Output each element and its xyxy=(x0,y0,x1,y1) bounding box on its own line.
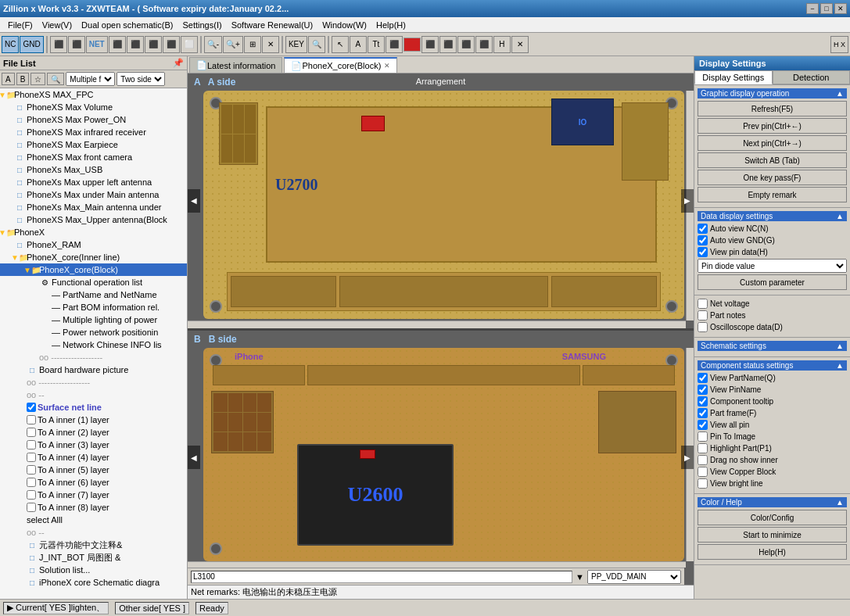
view-copper-checkbox[interactable] xyxy=(698,467,708,477)
net-input[interactable] xyxy=(191,571,572,583)
view-all-pin-checkbox[interactable] xyxy=(698,420,708,430)
list-item[interactable]: □PhoneXS Max Earpiece xyxy=(0,138,187,151)
list-item[interactable]: To A inner (2) layer xyxy=(0,426,187,439)
auto-view-gnd-checkbox[interactable] xyxy=(698,235,708,245)
list-item[interactable]: □PhoneXS Max Power_ON xyxy=(0,113,187,126)
list-item[interactable]: To A inner (1) layer xyxy=(0,414,187,426)
toolbar-a[interactable]: A xyxy=(350,36,367,53)
list-item[interactable]: □PhoneX_RAM xyxy=(0,238,187,251)
toolbar-cursor[interactable]: ↖ xyxy=(332,36,349,53)
layer6-checkbox[interactable] xyxy=(27,478,36,487)
fl-btn-star[interactable]: ☆ xyxy=(30,73,45,85)
menu-help[interactable]: Help(H) xyxy=(371,19,411,31)
menu-renewal[interactable]: Software Renewal(U) xyxy=(227,19,318,31)
tree-item-phonexsmax[interactable]: ▼📁 PhoneXS MAX_FPC xyxy=(0,88,187,101)
one-key-pass-btn[interactable]: One key pass(F) xyxy=(698,170,847,185)
toolbar-cross[interactable]: ✕ xyxy=(262,36,279,53)
drag-no-show-checkbox[interactable] xyxy=(698,455,708,465)
toolbar-bb1[interactable]: ⬛ xyxy=(50,36,67,53)
view-pinname-checkbox[interactable] xyxy=(698,385,708,395)
fl-select-side[interactable]: Two side A side B side xyxy=(117,72,165,86)
list-item[interactable]: □iPhoneX core Schematic diagra xyxy=(0,576,187,589)
scrollbar-h-a[interactable] xyxy=(188,321,686,328)
next-pin-btn[interactable]: Next pin(Ctrl+→) xyxy=(698,135,847,151)
tab-latest-info[interactable]: 📄 Latest information xyxy=(189,57,282,73)
list-item[interactable]: □PhoneXS Max_Upper antenna(Block xyxy=(0,213,187,226)
list-item[interactable]: □元器件功能中文注释& xyxy=(0,539,187,551)
menu-settings[interactable]: Settings(I) xyxy=(178,19,226,31)
toolbar-red[interactable] xyxy=(403,38,421,52)
nav-right-b[interactable]: ▶ xyxy=(681,446,694,469)
layer3-checkbox[interactable] xyxy=(27,440,36,449)
list-item[interactable]: □J_INT_BOT 局图图 & xyxy=(0,551,187,564)
toolbar-gnd[interactable]: GND xyxy=(20,36,43,53)
start-minimize-btn[interactable]: Start to minimize xyxy=(698,527,847,543)
list-item[interactable]: □PhoneXS Max infrared receiver xyxy=(0,126,187,138)
menu-dual[interactable]: Dual open schematic(B) xyxy=(77,19,178,31)
toolbar-nc[interactable]: NC xyxy=(2,36,19,53)
toolbar-fit[interactable]: ⊞ xyxy=(244,36,261,53)
pin-to-image-checkbox[interactable] xyxy=(698,432,708,442)
empty-remark-btn[interactable]: Empty remark xyxy=(698,187,847,202)
fl-btn-a[interactable]: A xyxy=(2,73,15,85)
toolbar-bb12[interactable]: ⬛ xyxy=(475,36,493,53)
list-item[interactable]: — Power network positionin xyxy=(0,326,187,338)
toolbar-zoom-out[interactable]: 🔍- xyxy=(204,36,222,53)
nav-left-b[interactable]: ◀ xyxy=(188,446,200,469)
right-tab-detection[interactable]: Detection xyxy=(773,70,851,84)
tree-item-phonex-core-block[interactable]: ▼📁PhoneX_core(Block) xyxy=(0,263,187,276)
tab-phonex-core-block[interactable]: 📄 PhoneX_core(Block) ✕ xyxy=(284,57,397,73)
highlight-part-checkbox[interactable] xyxy=(698,443,708,453)
custom-param-btn[interactable]: Custom parameter xyxy=(698,274,847,290)
layer1-checkbox[interactable] xyxy=(27,415,36,424)
toolbar-bb7[interactable]: ⬜ xyxy=(181,36,198,53)
layer2-checkbox[interactable] xyxy=(27,428,36,437)
list-item[interactable]: To A inner (4) layer xyxy=(0,451,187,464)
list-item[interactable]: □Board hardware picture xyxy=(0,364,187,376)
fl-btn-search[interactable]: 🔍 xyxy=(47,73,64,85)
net-dropdown[interactable]: PP_VDD_MAIN xyxy=(587,570,681,584)
scrollbar-h-b[interactable] xyxy=(188,561,686,568)
tree-item-phonex[interactable]: ▼📁 PhoneX xyxy=(0,226,187,238)
toolbar-bb8[interactable]: ⬛ xyxy=(386,36,403,53)
nav-right-a[interactable]: ▶ xyxy=(681,189,694,213)
list-item[interactable]: To A inner (6) layer xyxy=(0,476,187,489)
toolbar-key[interactable]: KEY xyxy=(285,36,307,53)
color-config-btn[interactable]: Color/Config xyxy=(698,510,847,525)
list-item[interactable]: — PartName and NetName xyxy=(0,288,187,301)
tab-close-btn[interactable]: ✕ xyxy=(384,62,390,70)
toolbar-bb3[interactable]: ⬛ xyxy=(109,36,126,53)
view-pin-data-checkbox[interactable] xyxy=(698,247,708,257)
list-item[interactable]: □PhoneXs Max under Main antenna xyxy=(0,188,187,201)
layer7-checkbox[interactable] xyxy=(27,490,36,500)
toolbar-bb4[interactable]: ⬛ xyxy=(127,36,144,53)
toolbar-pin[interactable]: H X xyxy=(830,36,848,53)
list-item[interactable]: □Solution list... xyxy=(0,564,187,576)
tree-item-phonex-core-inner[interactable]: ▼📁PhoneX_core(Inner line) xyxy=(0,251,187,263)
auto-view-nc-checkbox[interactable] xyxy=(698,224,708,234)
menu-file[interactable]: File(F) xyxy=(3,19,38,31)
toolbar-bb6[interactable]: ⬛ xyxy=(163,36,180,53)
component-tooltip-checkbox[interactable] xyxy=(698,396,708,406)
prev-pin-btn[interactable]: Prev pin(Ctrl+←) xyxy=(698,118,847,134)
panel-pin[interactable]: 📌 xyxy=(173,58,184,68)
list-item[interactable]: To A inner (3) layer xyxy=(0,439,187,451)
menu-view[interactable]: View(V) xyxy=(38,19,77,31)
toolbar-net[interactable]: NET xyxy=(86,36,108,53)
list-item[interactable]: — Multiple lighting of power xyxy=(0,313,187,326)
list-item[interactable]: — Part BOM information rel. xyxy=(0,301,187,313)
toolbar-tt[interactable]: Tt xyxy=(368,36,385,53)
toolbar-zoom-in[interactable]: 🔍+ xyxy=(223,36,243,53)
oscilloscope-checkbox[interactable] xyxy=(698,322,708,332)
select-all-item[interactable]: select Alll xyxy=(0,514,187,526)
toolbar-bb9[interactable]: ⬛ xyxy=(421,36,439,53)
pin-diode-select[interactable]: Pin diode value xyxy=(698,259,847,273)
list-item[interactable]: □PhoneXS Max front camera xyxy=(0,151,187,163)
fl-btn-b[interactable]: B xyxy=(16,73,30,85)
refresh-btn[interactable]: Refresh(F5) xyxy=(698,101,847,116)
surface-net-checkbox[interactable] xyxy=(27,403,36,412)
list-item[interactable]: □PhoneXs Max_Main antenna under xyxy=(0,201,187,213)
toolbar-search[interactable]: 🔍 xyxy=(308,36,325,53)
close-btn[interactable]: ✕ xyxy=(834,3,847,14)
tree-item-functional[interactable]: ⚙Functional operation list xyxy=(0,276,187,288)
